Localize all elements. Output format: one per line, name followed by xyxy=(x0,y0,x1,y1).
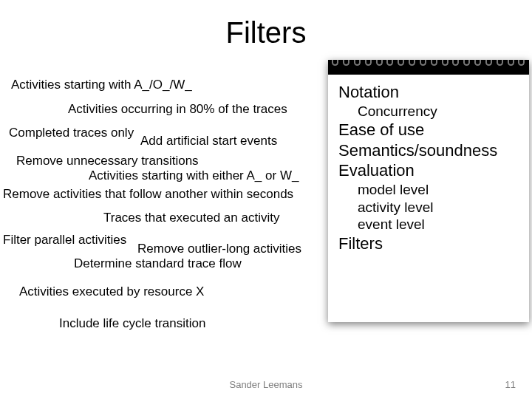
note-subline: activity level xyxy=(358,199,522,216)
filter-item: Activities starting with A_/O_/W_ xyxy=(11,78,192,92)
filter-item: Completed traces only xyxy=(9,126,134,140)
footer-author: Sander Leemans xyxy=(0,379,532,390)
filter-item: Remove activities that follow another wi… xyxy=(3,187,293,202)
slide: Filters Activities starting with A_/O_/W… xyxy=(0,0,532,399)
filter-item: Filter parallel activities xyxy=(3,233,126,248)
note-subline: Concurrency xyxy=(358,103,522,120)
filter-item: Add artificial start events xyxy=(140,134,277,149)
note-line: Evaluation xyxy=(338,160,522,181)
spiral-binding-icon xyxy=(328,60,529,75)
filter-item: Remove unnecessary transitions xyxy=(16,154,199,168)
page-number: 11 xyxy=(505,379,516,390)
filter-item: Traces that executed an activity xyxy=(103,211,279,225)
note-subline: event level xyxy=(358,216,522,233)
note-line: Ease of use xyxy=(338,120,522,140)
filter-item: Activities occurring in 80% of the trace… xyxy=(68,102,287,117)
notebook-text: Notation Concurrency Ease of use Semanti… xyxy=(338,82,522,254)
filter-item: Determine standard trace flow xyxy=(74,256,242,271)
filter-item: Include life cycle transition xyxy=(59,316,205,331)
slide-title: Filters xyxy=(0,16,532,50)
note-subline: model level xyxy=(358,181,522,199)
note-line: Semantics/soundness xyxy=(338,140,522,161)
filter-item: Activities starting with either A_ or W_ xyxy=(89,168,299,183)
filter-item: Remove outlier-long activities xyxy=(137,242,301,256)
content-area: Activities starting with A_/O_/W_ Activi… xyxy=(0,70,532,377)
note-line: Notation xyxy=(338,82,522,103)
filter-item: Activities executed by resource X xyxy=(19,284,204,299)
note-line: Filters xyxy=(338,233,522,254)
notebook-card: Notation Concurrency Ease of use Semanti… xyxy=(328,60,529,322)
